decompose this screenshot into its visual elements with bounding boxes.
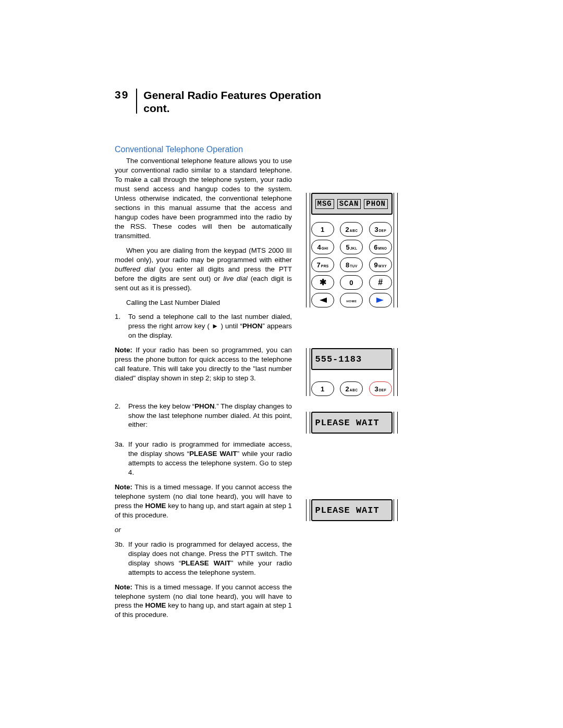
step-3b-body: If your radio is programmed for delayed … (128, 540, 292, 577)
paragraph-1: The conventional telephone feature allow… (115, 156, 292, 240)
lcd-display-2: 555-1183 (311, 348, 393, 370)
star-icon: ✱ (320, 278, 326, 287)
step-3a-note: Note: This is a timed message. If you ca… (115, 483, 292, 520)
lcd-display-3: PLEASE WAIT (311, 412, 393, 434)
lcd-display-1: MSG SCAN PHON (311, 193, 393, 215)
lcd-display-4: PLEASE WAIT (311, 499, 393, 521)
or-label: or (115, 525, 292, 535)
key-9-big: 9 (374, 261, 378, 269)
key-8[interactable]: 8TUV (340, 257, 363, 272)
key-6-big: 6 (374, 243, 377, 251)
subheading-calling-last: Calling the Last Number Dialed (115, 298, 292, 307)
key-4[interactable]: 4GHI (311, 240, 334, 254)
manual-page: 39 General Radio Features Operation cont… (0, 0, 563, 625)
lcd-2-text: 555-1183 (315, 354, 362, 364)
section-title: Conventional Telephone Operation (115, 145, 464, 154)
keypad-row-1: 1 2ABC 3DEF (311, 381, 393, 396)
note1b: If your radio has been so programmed, yo… (115, 346, 292, 382)
lcd-3-text: PLEASE WAIT (315, 418, 380, 428)
key-3-big: 3 (374, 226, 378, 233)
key-1-label-r2: 1 (321, 385, 324, 393)
step-1-body: To send a telephone call to the last num… (128, 312, 292, 340)
paragraph-2: When you are dialing from the keypad (MT… (115, 246, 292, 293)
key-0[interactable]: 0 (340, 275, 363, 290)
home-key-label-2: HOME (145, 601, 166, 609)
step-3b-num: 3b. (115, 540, 128, 577)
key-2-r2[interactable]: 2ABC (340, 381, 363, 396)
step-1: 1. To send a telephone call to the last … (115, 312, 292, 340)
note-label-3a: Note: (115, 483, 132, 491)
home-label: HOME (346, 300, 357, 303)
key-2-sub-r2: ABC (350, 388, 358, 392)
key-3-sub-r2: DEF (379, 388, 387, 392)
key-2-big: 2 (346, 226, 349, 233)
key-3-highlighted[interactable]: 3DEF (369, 381, 392, 396)
key-5-big: 5 (346, 243, 349, 251)
text-column: The conventional telephone feature allow… (115, 156, 292, 625)
keypad-full: 1 2ABC 3DEF 4GHI 5JKL 6MNO 7PRS 8TUV 9WX… (311, 222, 393, 307)
key-9-sub: WXY (378, 264, 387, 268)
lcd-4-text: PLEASE WAIT (315, 505, 380, 515)
step-2-num: 2. (115, 402, 128, 430)
step-1-num: 1. (115, 312, 128, 340)
key-7-big: 7 (317, 261, 321, 269)
right-arrow-glyph: ► (212, 322, 218, 330)
radio-module-3: PLEASE WAIT (311, 412, 393, 434)
step-3a: 3a. If your radio is programmed for imme… (115, 440, 292, 477)
key-8-big: 8 (346, 261, 349, 269)
p2a: When you are dialing from the keypad (MT… (115, 246, 292, 264)
content-row: The conventional telephone feature allow… (115, 156, 464, 625)
key-pound[interactable]: # (369, 275, 392, 290)
page-title-line2: cont. (143, 102, 169, 114)
step-2: 2. Press the key below “PHON.” The displ… (115, 402, 292, 430)
key-2[interactable]: 2ABC (340, 222, 363, 237)
key-0-label: 0 (349, 279, 353, 287)
key-1[interactable]: 1 (311, 222, 334, 237)
key-1-r2[interactable]: 1 (311, 381, 334, 396)
key-9[interactable]: 9WXY (369, 257, 392, 272)
key-5-sub: JKL (350, 246, 358, 250)
softkey-phon: PHON (364, 199, 388, 209)
key-left-arrow[interactable] (311, 293, 334, 307)
key-star[interactable]: ✱ (311, 275, 334, 290)
radio-module-2: 555-1183 1 2ABC 3DEF (311, 348, 393, 396)
softkey-scan: SCAN (337, 199, 361, 209)
right-arrow-icon (376, 297, 385, 303)
key-2-big-r2: 2 (346, 385, 349, 393)
s2a: Press the key below “ (128, 402, 194, 410)
please-wait-label: PLEASE WAIT (189, 450, 237, 458)
key-4-big: 4 (317, 243, 321, 251)
softkey-msg: MSG (315, 199, 334, 209)
key-7[interactable]: 7PRS (311, 257, 334, 272)
page-number: 39 (115, 89, 136, 101)
radio-module-4: PLEASE WAIT (311, 499, 393, 521)
note-label: Note: (115, 346, 132, 354)
key-2-sub: ABC (350, 229, 358, 232)
step-2-body: Press the key below “PHON.” The display … (128, 402, 292, 430)
key-3[interactable]: 3DEF (369, 222, 392, 237)
phon-label: PHON (242, 322, 262, 330)
step-3b: 3b. If your radio is programmed for dela… (115, 540, 292, 577)
buffered-dial-term: buffered dial (115, 265, 155, 273)
page-title: General Radio Features Operation cont. (143, 89, 321, 115)
please-wait-label-2: PLEASE WAIT (181, 559, 230, 567)
pound-icon: # (378, 278, 383, 287)
key-6[interactable]: 6MNO (369, 240, 392, 254)
key-3-big-r2: 3 (374, 385, 378, 393)
radio-module-1: MSG SCAN PHON 1 2ABC 3DEF 4GHI 5JKL 6MNO… (311, 193, 393, 307)
svg-marker-1 (376, 298, 384, 303)
key-home[interactable]: HOME (340, 293, 363, 307)
key-1-label: 1 (321, 226, 324, 233)
key-5[interactable]: 5JKL (340, 240, 363, 254)
key-3-sub: DEF (379, 229, 387, 232)
page-title-line1: General Radio Features Operation (143, 89, 321, 101)
key-right-arrow[interactable] (369, 293, 392, 307)
header-divider (136, 89, 137, 114)
page-header: 39 General Radio Features Operation cont… (115, 89, 464, 115)
step-1-note: Note: If your radio has been so programm… (115, 346, 292, 383)
phon-label-2: PHON (194, 402, 214, 410)
s1b: ) until “ (218, 322, 242, 330)
step-3a-body: If your radio is programmed for immediat… (128, 440, 292, 477)
live-dial-term: live dial (223, 275, 248, 282)
note-label-3b: Note: (115, 583, 132, 591)
